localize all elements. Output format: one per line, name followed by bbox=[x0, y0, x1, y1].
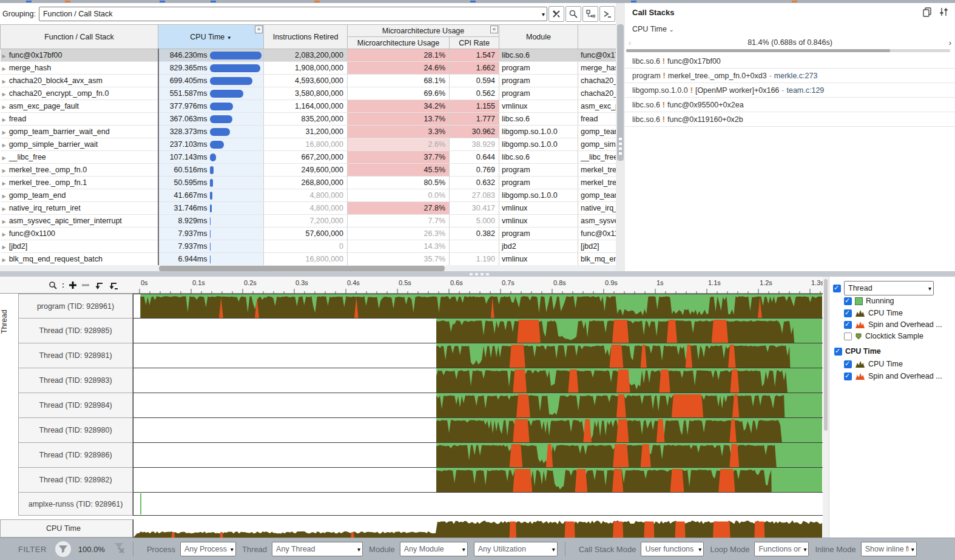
collapse-column-button[interactable]: « bbox=[490, 25, 498, 33]
time-ruler[interactable]: 0s0.1s0.2s0.3s0.4s0.5s0.6s0.7s0.8s0.9s1s… bbox=[133, 277, 823, 294]
expand-row-icon[interactable]: ▶ bbox=[2, 143, 6, 148]
expand-row-icon[interactable]: ▶ bbox=[2, 117, 6, 123]
function-name-cell[interactable]: ▶fread bbox=[1, 113, 158, 126]
col-header-module[interactable]: Module bbox=[499, 25, 578, 49]
col-header-uarch[interactable]: Microarchitecture Usage bbox=[348, 37, 450, 49]
thread-row-label[interactable]: program (TID: 928961) bbox=[18, 294, 133, 319]
function-name-cell[interactable]: ▶merkel_tree._omp_fn.1 bbox=[1, 177, 158, 189]
table-row[interactable]: ▶gomp_team_end41.667ms4,800,0000.0%27.08… bbox=[1, 189, 616, 202]
redo-zoom-icon[interactable] bbox=[108, 281, 118, 290]
thread-row-chart[interactable] bbox=[133, 418, 823, 443]
table-row[interactable]: ▶asm_sysvec_apic_timer_interrupt8.929ms7… bbox=[1, 215, 616, 228]
timeline-thread-row[interactable]: Thread (TID: 928983) bbox=[0, 368, 823, 393]
function-name-cell[interactable]: ▶gomp_simple_barrier_wait bbox=[1, 138, 158, 151]
expand-row-icon[interactable]: ▶ bbox=[2, 130, 6, 135]
checkbox[interactable] bbox=[844, 321, 852, 329]
expand-row-icon[interactable]: ▶ bbox=[2, 232, 6, 237]
function-name-cell[interactable]: ▶chacha20_encrypt._omp_fn.0 bbox=[1, 87, 158, 100]
table-row[interactable]: ▶gomp_team_barrier_wait_end328.373ms31,2… bbox=[1, 126, 616, 138]
function-name-cell[interactable]: ▶[jbd2] bbox=[1, 240, 158, 253]
function-name-cell[interactable]: ▶asm_sysvec_apic_timer_interrupt bbox=[1, 215, 158, 228]
stack-frame-row[interactable]: libc.so.6!func@0x95500+0x2ea bbox=[625, 98, 955, 112]
table-row[interactable]: ▶merkel_tree._omp_fn.060.516ms249,600,00… bbox=[1, 164, 616, 177]
expand-row-icon[interactable]: ▶ bbox=[2, 155, 6, 161]
expand-column-button[interactable]: » bbox=[255, 25, 263, 33]
pane-splitter[interactable] bbox=[0, 271, 955, 277]
col-header-cpu-time[interactable]: CPU Time ▼ » bbox=[158, 25, 264, 49]
function-name-cell[interactable]: ▶asm_exc_page_fault bbox=[1, 100, 158, 113]
thread-row-label[interactable]: Thread (TID: 928980) bbox=[18, 418, 133, 443]
expand-row-icon[interactable]: ▶ bbox=[2, 92, 6, 97]
grid-panel-splitter[interactable] bbox=[616, 3, 625, 271]
timeline-vertical-scrollbar[interactable] bbox=[823, 277, 829, 538]
expand-row-icon[interactable]: ▶ bbox=[2, 206, 6, 212]
function-name-cell[interactable]: ▶merge_hash bbox=[1, 62, 158, 75]
expand-row-icon[interactable]: ▶ bbox=[2, 194, 6, 199]
function-name-cell[interactable]: ▶gomp_team_end bbox=[1, 189, 158, 202]
stack-frame-row[interactable]: program!merkel_tree._omp_fn.0+0xd3-merkl… bbox=[625, 69, 955, 83]
function-name-cell[interactable]: ▶blk_mq_end_request_batch bbox=[1, 253, 158, 266]
source-link[interactable]: team.c:129 bbox=[786, 86, 824, 95]
cpu-time-summary-row[interactable]: CPU Time bbox=[0, 519, 823, 538]
expand-row-icon[interactable]: ▶ bbox=[2, 181, 6, 186]
timeline-thread-row[interactable]: Thread (TID: 928986) bbox=[0, 443, 823, 468]
search-button[interactable] bbox=[565, 6, 581, 22]
callstack-view-button[interactable] bbox=[582, 6, 598, 22]
checkbox[interactable] bbox=[844, 297, 852, 305]
expand-row-icon[interactable]: ▶ bbox=[2, 245, 6, 250]
cpu-time-row-label[interactable]: CPU Time bbox=[0, 519, 133, 538]
stack-next-arrow[interactable]: › bbox=[949, 38, 951, 47]
checkbox[interactable] bbox=[834, 348, 842, 356]
expand-row-icon[interactable]: ▶ bbox=[2, 257, 6, 263]
timeline-thread-row[interactable]: amplxe-runss (TID: 928961) bbox=[0, 493, 823, 516]
thread-row-chart[interactable] bbox=[133, 368, 823, 393]
thread-row-chart[interactable] bbox=[133, 393, 823, 418]
settings-sliders-icon[interactable] bbox=[939, 7, 949, 17]
table-row[interactable]: ▶fread367.063ms835,200,00013.7%1.777libc… bbox=[1, 113, 616, 126]
function-name-cell[interactable]: ▶native_irq_return_iret bbox=[1, 202, 158, 215]
col-header-instructions[interactable]: Instructions Retired bbox=[264, 25, 348, 49]
table-row[interactable]: ▶chacha20_encrypt._omp_fn.0551.587ms3,58… bbox=[1, 87, 616, 100]
stack-frame-row[interactable]: libc.so.6!func@0x17bf00 bbox=[625, 54, 955, 69]
timeline-thread-row[interactable]: Thread (TID: 928982) bbox=[0, 468, 823, 493]
table-row[interactable]: ▶[jbd2]7.937ms014.3%jbd2[jbd2] bbox=[1, 240, 616, 253]
thread-row-chart[interactable] bbox=[133, 343, 823, 368]
stack-frame-row[interactable]: libc.so.6!func@0x119160+0x2b bbox=[625, 112, 955, 127]
col-header-uarch-group[interactable]: Microarchitecture Usage « bbox=[348, 25, 499, 37]
table-row[interactable]: ▶gomp_simple_barrier_wait237.103ms16,800… bbox=[1, 138, 616, 151]
splitter-handle[interactable] bbox=[470, 273, 489, 275]
filter-select[interactable]: Any Module▾ bbox=[400, 542, 468, 556]
checkbox[interactable] bbox=[844, 309, 852, 317]
col-header-extra[interactable] bbox=[578, 25, 616, 49]
grid-vertical-scrollbar[interactable] bbox=[617, 24, 624, 161]
function-name-cell[interactable]: ▶func@0x1100 bbox=[1, 228, 158, 240]
table-row[interactable]: ▶merge_hash829.365ms1,908,000,00024.6%1.… bbox=[1, 62, 616, 75]
timeline-thread-row[interactable]: Thread (TID: 928981) bbox=[0, 343, 823, 368]
checkbox[interactable] bbox=[844, 332, 852, 340]
thread-row-chart[interactable] bbox=[133, 468, 823, 493]
zoom-out-icon[interactable] bbox=[81, 281, 90, 289]
col-header-function[interactable]: Function / Call Stack bbox=[1, 25, 158, 49]
timeline-thread-row[interactable]: program (TID: 928961) bbox=[0, 294, 823, 319]
thread-row-chart[interactable] bbox=[133, 294, 823, 319]
function-name-cell[interactable]: ▶func@0x17bf00 bbox=[1, 49, 158, 62]
thread-row-label[interactable]: Thread (TID: 928982) bbox=[18, 468, 133, 493]
source-link[interactable]: merkle.c:273 bbox=[774, 72, 818, 80]
thread-row-chart[interactable] bbox=[133, 319, 823, 343]
thread-row-chart[interactable] bbox=[133, 493, 823, 516]
function-name-cell[interactable]: ▶gomp_team_barrier_wait_end bbox=[1, 126, 158, 138]
checkbox[interactable] bbox=[833, 285, 841, 292]
undo-zoom-icon[interactable] bbox=[94, 281, 104, 290]
timeline-thread-row[interactable]: Thread (TID: 928984) bbox=[0, 393, 823, 418]
col-header-cpi[interactable]: CPI Rate bbox=[450, 37, 499, 49]
function-name-cell[interactable]: ▶chacha20_block4_avx_asm bbox=[1, 75, 158, 87]
table-row[interactable]: ▶func@0x11007.937ms57,600,00026.3%0.382p… bbox=[1, 228, 616, 240]
thread-row-label[interactable]: Thread (TID: 928986) bbox=[18, 443, 133, 468]
timeline-thread-row[interactable]: Thread (TID: 928985) bbox=[0, 319, 823, 343]
customize-grouping-button[interactable] bbox=[548, 6, 564, 22]
thread-row-label[interactable]: Thread (TID: 928983) bbox=[18, 368, 133, 393]
function-name-cell[interactable]: ▶merkel_tree._omp_fn.0 bbox=[1, 164, 158, 177]
thread-row-chart[interactable] bbox=[133, 443, 823, 468]
table-row[interactable]: ▶native_irq_return_iret31.746ms4,800,000… bbox=[1, 202, 616, 215]
thread-row-label[interactable]: Thread (TID: 928984) bbox=[18, 393, 133, 418]
